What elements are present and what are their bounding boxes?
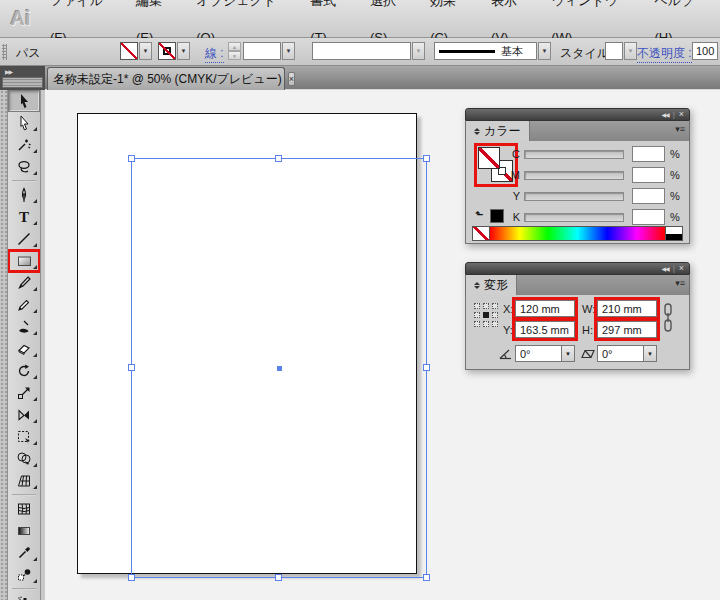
panel-menu-icon[interactable]: ▾≡ bbox=[675, 278, 685, 288]
selection-handle-sw[interactable] bbox=[128, 574, 135, 581]
chevron-down-icon[interactable]: ▼ bbox=[624, 42, 637, 60]
rotate-angle-combo[interactable]: 0° ▼ bbox=[515, 345, 575, 362]
ref-point[interactable] bbox=[474, 303, 480, 309]
collapse-panel-icon[interactable]: ◀◀ bbox=[661, 266, 668, 272]
close-panel-icon[interactable]: × bbox=[679, 110, 684, 119]
rotate-angle-value[interactable]: 0° bbox=[515, 345, 561, 362]
rotate-tool[interactable] bbox=[8, 360, 40, 382]
channel-value-field[interactable] bbox=[632, 209, 665, 225]
chevron-down-icon[interactable]: ▼ bbox=[412, 42, 425, 60]
magic-wand-tool[interactable] bbox=[8, 134, 40, 156]
brush-definition-combo[interactable]: 基本 ▼ bbox=[434, 42, 551, 60]
shear-angle-combo[interactable]: 0° ▼ bbox=[597, 345, 657, 362]
document-close-button[interactable]: × bbox=[288, 72, 295, 86]
ref-point[interactable] bbox=[474, 321, 480, 327]
tab-transform[interactable]: 変形 bbox=[466, 275, 517, 295]
ref-point[interactable] bbox=[483, 321, 489, 327]
dock-grip[interactable] bbox=[2, 77, 43, 88]
panel-menu-icon[interactable]: ▾≡ bbox=[675, 124, 685, 134]
ref-point[interactable] bbox=[483, 303, 489, 309]
variable-width-value[interactable] bbox=[312, 42, 411, 60]
ref-point-center[interactable] bbox=[483, 312, 489, 318]
fill-dropdown-button[interactable]: ▼ bbox=[139, 42, 152, 60]
line-segment-tool[interactable] bbox=[8, 228, 40, 250]
selection-handle-s[interactable] bbox=[275, 574, 282, 581]
width-tool[interactable] bbox=[8, 404, 40, 426]
channel-slider[interactable] bbox=[524, 171, 624, 180]
direct-selection-tool[interactable] bbox=[8, 112, 40, 134]
mesh-tool[interactable] bbox=[8, 498, 40, 520]
stroke-dropdown-button[interactable]: ▼ bbox=[177, 42, 190, 60]
expand-dock-icon[interactable]: ▶▶ bbox=[5, 68, 12, 75]
selection-handle-nw[interactable] bbox=[128, 155, 135, 162]
artboard[interactable] bbox=[77, 113, 417, 574]
selection-handle-e[interactable] bbox=[423, 364, 430, 371]
spinner-up-icon[interactable]: ▲ bbox=[228, 42, 241, 51]
stroke-none-swatch[interactable] bbox=[158, 42, 176, 60]
opacity-field[interactable]: 100 bbox=[692, 42, 718, 60]
gradient-tool[interactable] bbox=[8, 520, 40, 542]
blob-brush-tool[interactable] bbox=[8, 316, 40, 338]
tab-color[interactable]: カラー bbox=[466, 121, 530, 141]
x-field[interactable]: 120 mm bbox=[515, 300, 575, 317]
selection-tool[interactable] bbox=[8, 90, 40, 112]
symbol-sprayer-tool[interactable] bbox=[8, 592, 40, 600]
channel-slider[interactable] bbox=[524, 213, 624, 222]
selection-center-point[interactable] bbox=[277, 366, 282, 371]
variable-width-profile-combo[interactable]: ▼ bbox=[312, 42, 425, 60]
constrain-proportions-icon[interactable] bbox=[663, 301, 673, 335]
black-swatch[interactable] bbox=[666, 234, 682, 241]
pencil-tool[interactable] bbox=[8, 294, 40, 316]
eyedropper-tool[interactable] bbox=[8, 542, 40, 564]
dock-edge-grip[interactable] bbox=[0, 90, 7, 600]
pen-tool[interactable] bbox=[8, 184, 40, 206]
collapse-panel-icon[interactable]: ◀◀ bbox=[661, 112, 668, 118]
channel-slider[interactable] bbox=[524, 192, 624, 201]
ref-point[interactable] bbox=[474, 312, 480, 318]
none-color-swatch[interactable] bbox=[473, 227, 490, 240]
scale-tool[interactable] bbox=[8, 382, 40, 404]
black-color-swatch[interactable] bbox=[490, 209, 504, 223]
y-field[interactable]: 163.5 mm bbox=[515, 321, 575, 338]
stroke-weight-stepper[interactable]: ▲ ▼ bbox=[228, 42, 241, 60]
channel-value-field[interactable] bbox=[632, 146, 665, 162]
selection-handle-w[interactable] bbox=[128, 364, 135, 371]
chevron-down-icon[interactable]: ▼ bbox=[538, 42, 551, 60]
stroke-panel-link[interactable]: 線 : bbox=[205, 45, 224, 63]
stroke-weight-combo[interactable]: ▼ bbox=[243, 42, 295, 60]
shear-angle-value[interactable]: 0° bbox=[597, 345, 643, 362]
ref-point[interactable] bbox=[492, 321, 498, 327]
style-value[interactable] bbox=[605, 42, 623, 60]
selection-handle-n[interactable] bbox=[275, 155, 282, 162]
brush-definition-field[interactable]: 基本 bbox=[434, 42, 537, 60]
channel-slider[interactable] bbox=[524, 150, 624, 159]
selection-handle-ne[interactable] bbox=[423, 155, 430, 162]
stroke-weight-value[interactable] bbox=[243, 42, 281, 60]
document-tab[interactable]: 名称未設定-1* @ 50% (CMYK/プレビュー) × bbox=[47, 67, 285, 90]
selection-bounding-box[interactable] bbox=[131, 158, 427, 578]
lasso-tool[interactable] bbox=[8, 156, 40, 178]
graphic-style-combo[interactable]: ▼ bbox=[605, 42, 637, 60]
spinner-down-icon[interactable]: ▼ bbox=[228, 51, 241, 60]
fill-none-swatch[interactable] bbox=[120, 42, 138, 60]
spectrum-ramp[interactable] bbox=[490, 227, 665, 240]
selection-handle-se[interactable] bbox=[423, 574, 430, 581]
eraser-tool[interactable] bbox=[8, 338, 40, 360]
channel-value-field[interactable] bbox=[632, 188, 665, 204]
shape-builder-tool[interactable] bbox=[8, 448, 40, 470]
perspective-grid-tool[interactable] bbox=[8, 470, 40, 492]
fill-proxy-swatch[interactable] bbox=[478, 147, 500, 169]
chevron-down-icon[interactable]: ▼ bbox=[561, 345, 575, 362]
w-field[interactable]: 210 mm bbox=[597, 300, 657, 317]
h-field[interactable]: 297 mm bbox=[597, 321, 657, 338]
opacity-link[interactable]: 不透明度 : bbox=[637, 45, 692, 63]
blend-tool[interactable] bbox=[8, 564, 40, 586]
channel-value-field[interactable] bbox=[632, 167, 665, 183]
rectangle-tool[interactable] bbox=[8, 250, 40, 272]
free-transform-tool[interactable] bbox=[8, 426, 40, 448]
close-panel-icon[interactable]: × bbox=[679, 264, 684, 273]
paintbrush-tool[interactable] bbox=[8, 272, 40, 294]
reference-point-locator[interactable] bbox=[474, 303, 502, 331]
type-tool[interactable]: T bbox=[8, 206, 40, 228]
ref-point[interactable] bbox=[492, 312, 498, 318]
